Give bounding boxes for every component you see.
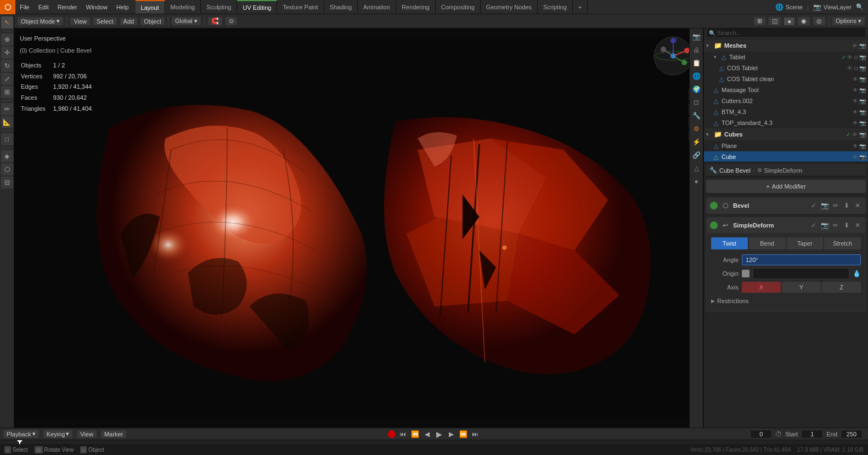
vis-render-icon[interactable]: 📷 [859, 154, 866, 160]
vis-render-icon[interactable]: 📷 [859, 120, 866, 126]
prev-frame-btn[interactable]: ⏪ [410, 429, 420, 439]
outliner-item-tablet[interactable]: ▾ △ Tablet ✓ 👁 ⊙ 📷 [704, 52, 868, 62]
vis-eye-icon[interactable]: 👁 [852, 132, 858, 138]
edit-menu[interactable]: Edit [34, 0, 53, 14]
extra-tool-2[interactable]: ⬡ [1, 163, 13, 175]
axis-x-btn[interactable]: X [742, 282, 781, 293]
vis-hide-icon[interactable]: 👁 [853, 154, 858, 160]
shade-render[interactable]: ◎ [813, 17, 825, 25]
outliner-item-cutters[interactable]: △ Cutters.002 👁 📷 [704, 95, 868, 106]
tab-uv-editing[interactable]: UV Editing [237, 0, 277, 14]
vis-hide-icon[interactable]: 👁 [847, 65, 853, 71]
world-props-icon[interactable]: 🌍 [690, 83, 702, 95]
deform-tab-bend[interactable]: Bend [749, 237, 786, 249]
outliner-item-plane[interactable]: △ Plane 👁 📷 [704, 140, 868, 151]
play-btn[interactable]: ▶ [434, 429, 444, 439]
window-menu[interactable]: Window [82, 0, 112, 14]
sd-expand-icon[interactable]: ⬇ [842, 221, 851, 229]
help-menu[interactable]: Help [112, 0, 133, 14]
bevel-remove-icon[interactable]: ✕ [853, 202, 862, 209]
tab-sculpting[interactable]: Sculpting [201, 0, 237, 14]
tab-geometry-nodes[interactable]: Geometry Nodes [481, 0, 538, 14]
vis-render-icon[interactable]: 📷 [859, 143, 866, 149]
search-icon-top[interactable]: 🔍 [856, 3, 864, 10]
vis-render-icon[interactable]: 📷 [859, 132, 866, 138]
tab-scripting[interactable]: Scripting [538, 0, 573, 14]
bevel-enable-toggle[interactable] [710, 202, 718, 209]
origin-eyedropper-icon[interactable]: 💧 [853, 270, 861, 277]
proportional-edit[interactable]: ⊙ [226, 17, 237, 25]
angle-value[interactable]: 120° [742, 254, 861, 265]
vis-render-icon[interactable]: 📷 [859, 54, 866, 60]
vis-hide-icon[interactable]: 👁 [853, 109, 858, 115]
vis-render-icon[interactable]: 📷 [859, 65, 866, 71]
origin-value[interactable] [753, 268, 849, 279]
outliner-collection-cubes[interactable]: ▾ 📁 Cubes ✓ 👁 📷 [704, 128, 868, 140]
sd-render-icon[interactable]: 📷 [820, 221, 829, 229]
bevel-expand-icon[interactable]: ⬇ [842, 202, 851, 209]
marker-btn[interactable]: Marker [101, 430, 126, 438]
rotate-tool[interactable]: ↻ [1, 60, 13, 72]
outliner-item-btm[interactable]: △ BTM_4.3 👁 📷 [704, 106, 868, 117]
bevel-render-icon[interactable]: 📷 [820, 202, 829, 209]
global-transform[interactable]: Global ▾ [172, 17, 201, 25]
render-props-icon[interactable]: 📷 [690, 31, 702, 43]
outliner-item-cos-tablet[interactable]: △ COS Tablet 👁 ⊙ 📷 [704, 62, 868, 73]
mode-selector[interactable]: Object Mode ▾ [18, 17, 63, 25]
options-btn[interactable]: Options ▾ [832, 17, 865, 25]
bevel-edit-icon[interactable]: ✏ [831, 202, 840, 209]
scene-props-icon[interactable]: 🌐 [690, 70, 702, 82]
start-frame-input[interactable]: 1 [801, 430, 823, 439]
vis-hide-icon[interactable]: 👁 [853, 76, 858, 82]
measure-tool[interactable]: 📐 [1, 116, 13, 128]
outliner-item-cube[interactable]: △ Cube 👁 📷 [704, 151, 868, 162]
tab-texture-paint[interactable]: Texture Paint [277, 0, 324, 14]
deform-tab-stretch[interactable]: Stretch [824, 237, 861, 249]
simpledeform-enable-toggle[interactable] [710, 221, 718, 229]
tab-shading[interactable]: Shading [324, 0, 358, 14]
tab-layout[interactable]: Layout [136, 0, 165, 14]
sd-edit-icon[interactable]: ✏ [831, 221, 840, 229]
vis-select-icon[interactable]: ⊙ [854, 65, 858, 71]
object-props-icon[interactable]: ⊡ [690, 96, 702, 109]
view-btn[interactable]: View [77, 430, 97, 438]
object-menu[interactable]: Object [140, 18, 165, 25]
modifier-props-icon[interactable]: 🔧 [690, 110, 702, 122]
prev-keyframe-btn[interactable]: ◀ [422, 429, 432, 439]
view-layer-props-icon[interactable]: 📋 [690, 57, 702, 69]
scale-tool[interactable]: ⤢ [1, 73, 13, 85]
next-frame-btn[interactable]: ⏩ [458, 429, 468, 439]
snapping[interactable]: 🧲 [208, 17, 222, 25]
vis-render-icon[interactable]: 📷 [859, 98, 866, 104]
extra-tool-1[interactable]: ◈ [1, 150, 13, 162]
vis-hide-icon[interactable]: 👁 [847, 54, 853, 60]
add-cube-tool[interactable]: □ [1, 133, 13, 145]
tab-compositing[interactable]: Compositing [436, 0, 481, 14]
restrictions-row[interactable]: ▶ Restrictions [711, 295, 861, 307]
extra-tool-3[interactable]: ⊟ [1, 177, 13, 189]
outliner-item-top-standard[interactable]: △ TOP_standard_4.3 👁 📷 [704, 117, 868, 128]
shade-solid[interactable]: ● [784, 18, 794, 25]
vis-render-icon[interactable]: 📷 [859, 109, 866, 115]
tab-animation[interactable]: Animation [358, 0, 396, 14]
origin-dot[interactable] [742, 270, 749, 277]
render-menu[interactable]: Render [53, 0, 82, 14]
add-modifier-btn[interactable]: + Add Modifier [706, 180, 866, 193]
move-tool[interactable]: ✛ [1, 47, 13, 59]
jump-start-btn[interactable]: ⏮ [398, 429, 408, 439]
vis-hide-icon[interactable]: 👁 [853, 98, 858, 104]
bevel-apply-icon[interactable]: ✓ [809, 202, 818, 209]
vis-eye-icon[interactable]: 👁 [852, 43, 858, 49]
vis-hide-icon[interactable]: 👁 [853, 143, 858, 149]
current-frame-input[interactable]: 0 [750, 430, 772, 439]
vis-check-icon[interactable]: ✓ [842, 54, 846, 60]
annotate-tool[interactable]: ✏ [1, 103, 13, 115]
next-keyframe-btn[interactable]: ▶ [446, 429, 456, 439]
physics-props-icon[interactable]: ⚡ [690, 136, 702, 148]
tab-add[interactable]: + [573, 0, 588, 14]
keying-btn[interactable]: Keying ▾ [43, 430, 73, 438]
vis-render-icon[interactable]: 📷 [859, 76, 866, 82]
vis-select-icon[interactable]: ⊙ [854, 54, 858, 60]
constraints-props-icon[interactable]: 🔗 [690, 149, 702, 161]
axis-z-btn[interactable]: Z [822, 282, 861, 293]
